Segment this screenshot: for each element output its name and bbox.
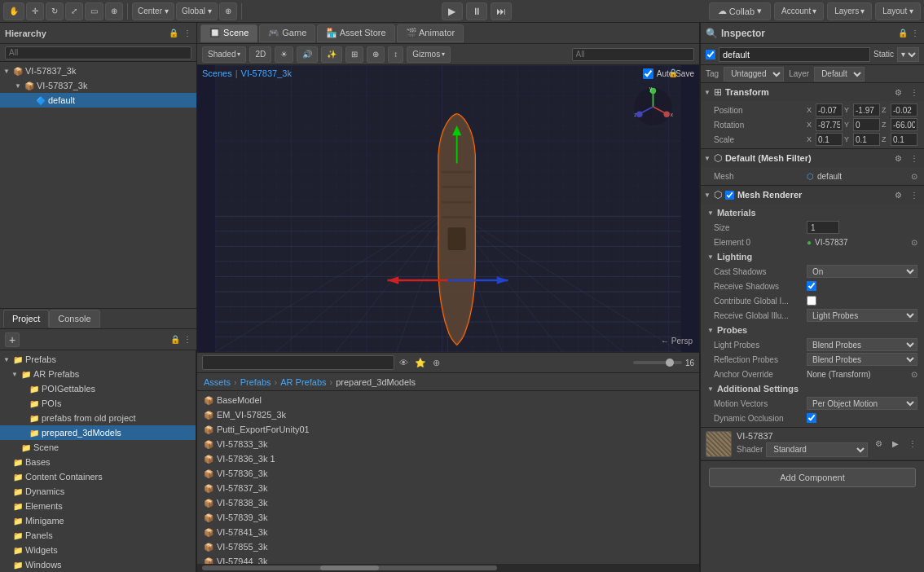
layers-btn[interactable]: Layers ▾ <box>827 2 872 20</box>
step-btn[interactable]: ⏭ <box>491 2 512 20</box>
tab-asset-store[interactable]: 🏪 Asset Store <box>317 24 394 42</box>
center-btn[interactable]: Center ▾ <box>132 2 174 20</box>
global-btn[interactable]: Global ▾ <box>176 2 218 20</box>
object-name-input[interactable] <box>719 47 870 62</box>
mesh-renderer-enabled-checkbox[interactable] <box>725 191 734 200</box>
asset-vi57841[interactable]: 📦 VI-57841_3k <box>197 525 699 539</box>
material-expand-icon[interactable]: ▶ <box>890 439 901 448</box>
hierarchy-menu-icon[interactable]: ⋮ <box>183 29 191 37</box>
inspector-menu-icon[interactable]: ⋮ <box>911 29 919 37</box>
rotation-z-input[interactable] <box>891 118 917 131</box>
rect-tool-btn[interactable]: ▭ <box>85 2 103 20</box>
position-x-input[interactable] <box>816 103 843 117</box>
tree-scene[interactable]: ▶ 📁 Scene <box>0 440 196 455</box>
breadcrumb-prefabs[interactable]: Prefabs <box>240 377 271 387</box>
receive-gi-dropdown[interactable]: Light Probes <box>807 309 917 322</box>
audio-btn[interactable]: 🔊 <box>297 46 318 63</box>
assets-eye-btn[interactable]: 👁 <box>398 358 410 367</box>
transform-header[interactable]: ▼ ⊞ Transform ⚙ ⋮ <box>701 83 924 101</box>
asset-vi57837[interactable]: 📦 VI-57837_3k <box>197 481 699 495</box>
transform-menu-icon[interactable]: ⋮ <box>908 88 921 97</box>
tree-minigame[interactable]: ▶ 📁 Minigame <box>0 513 196 528</box>
assets-filter-btn[interactable]: ⊕ <box>431 358 442 368</box>
mesh-filter-header[interactable]: ▼ ⬡ Default (Mesh Filter) ⚙ ⋮ <box>701 149 924 167</box>
asset-em-vi57825[interactable]: 📦 EM_VI-57825_3k <box>197 407 699 422</box>
layout-btn[interactable]: Layout ▾ <box>875 2 921 20</box>
shaded-btn[interactable]: Shaded ▾ <box>202 46 246 63</box>
dynamic-occlusion-checkbox[interactable] <box>807 413 816 423</box>
breadcrumb-assets[interactable]: Assets <box>204 377 231 387</box>
tree-prefabs-old[interactable]: ▶ 📁 prefabs from old project <box>0 411 196 425</box>
asset-vi57839[interactable]: 📦 VI-57839_3k <box>197 510 699 525</box>
asset-vi57944[interactable]: 📦 VI-57944_3k <box>197 554 699 564</box>
cast-shadows-dropdown[interactable]: On <box>807 265 917 278</box>
mesh-filter-menu-icon[interactable]: ⋮ <box>908 154 921 163</box>
lighting-section-label[interactable]: ▼ Lighting <box>701 249 924 264</box>
mesh-renderer-menu-icon[interactable]: ⋮ <box>908 191 921 200</box>
collab-btn[interactable]: ☁ Collab ▾ <box>709 2 771 20</box>
asset-basemodel[interactable]: 📦 BaseModel <box>197 393 699 407</box>
assets-star-btn[interactable]: ⭐ <box>413 358 428 368</box>
auto-save-checkbox[interactable] <box>643 68 653 79</box>
console-tab-btn[interactable]: Console <box>49 310 99 328</box>
scale-y-input[interactable] <box>853 133 880 146</box>
tree-elements[interactable]: ▶ 📁 Elements <box>0 499 196 513</box>
scale-tool-btn[interactable]: ⤢ <box>65 2 83 20</box>
project-lock-icon[interactable]: 🔒 <box>170 335 180 344</box>
mesh-filter-settings-icon[interactable]: ⚙ <box>892 154 904 163</box>
shader-dropdown[interactable]: Standard <box>766 442 868 457</box>
additional-section-label[interactable]: ▼ Additional Settings <box>701 381 924 396</box>
hand-tool-btn[interactable]: ✋ <box>3 2 24 20</box>
materials-section-label[interactable]: ▼ Materials <box>701 205 924 220</box>
rotation-x-input[interactable] <box>816 118 843 131</box>
breadcrumb-ar-prefabs[interactable]: AR Prefabs <box>280 377 326 387</box>
play-btn[interactable]: ▶ <box>442 2 463 20</box>
asset-vi57833[interactable]: 📦 VI-57833_3k <box>197 437 699 451</box>
asset-vi57836-1[interactable]: 📦 VI-57836_3k 1 <box>197 451 699 466</box>
transform-tool-btn[interactable]: ⊕ <box>105 2 123 20</box>
tree-pois[interactable]: ▶ 📁 POIs <box>0 396 196 411</box>
tree-panels[interactable]: ▶ 📁 Panels <box>0 528 196 543</box>
tab-animator[interactable]: 🎬 Animator <box>397 24 464 42</box>
mesh-ref-select-btn[interactable]: ⊙ <box>911 172 917 181</box>
add-project-btn[interactable]: + <box>5 332 20 347</box>
gizmos-btn[interactable]: Gizmos ▾ <box>407 46 451 63</box>
move-tool-btn[interactable]: ✛ <box>26 2 44 20</box>
element0-select-btn[interactable]: ⊙ <box>911 238 917 247</box>
material-menu-icon[interactable]: ⋮ <box>906 439 919 448</box>
scale-x-input[interactable] <box>816 133 843 146</box>
asset-vi57838[interactable]: 📦 VI-57838_3k <box>197 495 699 510</box>
asset-vi57855[interactable]: 📦 VI-57855_3k <box>197 539 699 554</box>
motion-vectors-dropdown[interactable]: Per Object Motion <box>807 397 917 410</box>
tab-scene[interactable]: 🔲 Scene <box>200 24 257 42</box>
rotate-tool-btn[interactable]: ↻ <box>46 2 64 20</box>
hierarchy-item-root[interactable]: ▼ 📦 VI-57837_3k <box>0 64 196 78</box>
tab-game[interactable]: 🎮 Game <box>259 24 315 42</box>
scene-view[interactable]: y x z Scenes | VI-57837_3k <box>197 65 699 352</box>
scale-scene-btn[interactable]: ↕ <box>388 46 403 63</box>
project-tab-btn[interactable]: Project <box>3 310 49 328</box>
assets-search-input[interactable] <box>202 355 394 370</box>
static-dropdown[interactable]: ▾ <box>897 47 919 62</box>
pause-btn[interactable]: ⏸ <box>466 2 487 20</box>
add-component-btn[interactable]: Add Component <box>709 468 916 487</box>
scale-slider[interactable] <box>633 361 682 364</box>
mesh-renderer-header[interactable]: ▼ ⬡ Mesh Renderer ⚙ ⋮ <box>701 186 924 204</box>
tree-poi-gettables[interactable]: ▶ 📁 POIGettables <box>0 381 196 396</box>
scale-z-input[interactable] <box>891 133 917 146</box>
lights-btn[interactable]: ☀ <box>275 46 293 63</box>
position-z-input[interactable] <box>891 103 917 117</box>
rotation-y-input[interactable] <box>853 118 880 131</box>
position-y-input[interactable] <box>853 103 880 117</box>
hierarchy-lock-icon[interactable]: 🔒 <box>169 29 178 37</box>
light-probes-dropdown[interactable]: Blend Probes <box>807 338 917 351</box>
tree-prepared-3dmodels[interactable]: ▶ 📁 prepared_3dModels <box>0 425 196 440</box>
project-menu-icon[interactable]: ⋮ <box>183 335 191 344</box>
tree-prefabs[interactable]: ▼ 📁 Prefabs <box>0 352 196 367</box>
transform-settings-icon[interactable]: ⚙ <box>892 88 904 97</box>
tree-bases[interactable]: ▶ 📁 Bases <box>0 455 196 469</box>
pivot-btn[interactable]: ⊕ <box>219 2 237 20</box>
receive-shadows-checkbox[interactable] <box>807 281 816 291</box>
scene-breadcrumb-object[interactable]: VI-57837_3k <box>241 68 292 78</box>
2d-btn[interactable]: 2D <box>249 46 271 63</box>
